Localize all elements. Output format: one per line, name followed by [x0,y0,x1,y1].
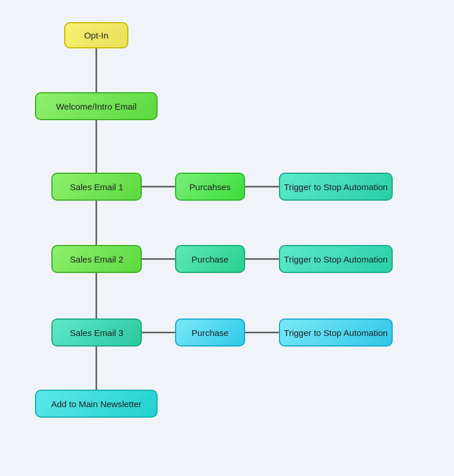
sales2-node[interactable]: Sales Email 2 [51,245,142,273]
trigger3-node[interactable]: Trigger to Stop Automation [279,318,393,346]
newsletter-node[interactable]: Add to Main Newsletter [35,390,158,418]
newsletter-label: Add to Main Newsletter [51,399,141,409]
automation-diagram: Opt-In Welcome/Intro Email Sales Email 1… [0,0,454,476]
sales1-label: Sales Email 1 [70,182,124,192]
purchases1-node[interactable]: Purcahses [175,173,245,201]
trigger3-label: Trigger to Stop Automation [284,328,388,338]
sales3-node[interactable]: Sales Email 3 [51,318,142,346]
trigger1-node[interactable]: Trigger to Stop Automation [279,173,393,201]
purchase2-node[interactable]: Purchase [175,245,245,273]
purchase2-label: Purchase [191,254,228,264]
purchases1-label: Purcahses [190,182,231,192]
purchase3-node[interactable]: Purchase [175,318,245,346]
optin-node[interactable]: Opt-In [64,22,128,48]
sales3-label: Sales Email 3 [70,328,124,338]
welcome-node[interactable]: Welcome/Intro Email [35,92,158,120]
trigger2-node[interactable]: Trigger to Stop Automation [279,245,393,273]
purchase3-label: Purchase [191,328,228,338]
sales2-label: Sales Email 2 [70,254,124,264]
trigger2-label: Trigger to Stop Automation [284,254,388,264]
trigger1-label: Trigger to Stop Automation [284,182,388,192]
welcome-label: Welcome/Intro Email [56,102,137,111]
sales1-node[interactable]: Sales Email 1 [51,173,142,201]
optin-label: Opt-In [84,30,109,40]
